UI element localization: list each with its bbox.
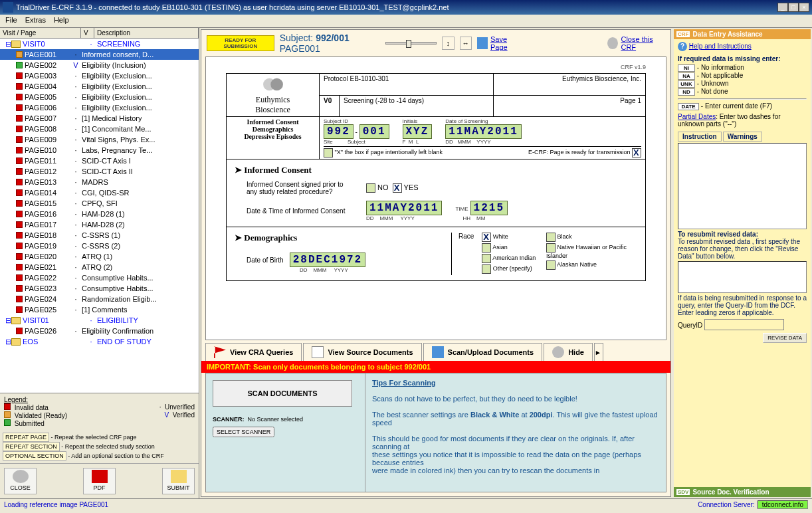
tree-row[interactable]: PAGE018·C-SSRS (1) bbox=[0, 230, 199, 241]
consent-yes-checkbox[interactable] bbox=[393, 183, 402, 193]
race-checkbox[interactable] bbox=[482, 254, 491, 263]
tree-row[interactable]: PAGE009·Vital Signs, Phys. Ex... bbox=[0, 134, 199, 145]
repeat-section-button[interactable]: REPEAT SECTION bbox=[3, 442, 60, 451]
consent-no-checkbox[interactable] bbox=[366, 183, 375, 193]
close-crf-link[interactable]: Close this CRF bbox=[621, 35, 665, 51]
legend: Legend: Invalid data· Unverified Validat… bbox=[0, 393, 199, 430]
menu-extras[interactable]: Extras bbox=[25, 16, 46, 26]
tab-scroll-right[interactable]: ▸ bbox=[594, 343, 603, 361]
tree-row[interactable]: PAGE012·SCID-CT Axis II bbox=[0, 166, 199, 177]
minimize-button[interactable]: _ bbox=[777, 3, 788, 12]
race-checkbox[interactable] bbox=[482, 233, 491, 242]
page-tree[interactable]: ⊟VISIT0·SCREENINGPAGE001·Informed consen… bbox=[0, 39, 199, 393]
tree-row[interactable]: PAGE014·CGI, QIDS-SR bbox=[0, 187, 199, 198]
pdf-button[interactable]: PDF bbox=[83, 468, 116, 494]
tree-row[interactable]: PAGE019·C-SSRS (2) bbox=[0, 241, 199, 251]
blank-page-checkbox[interactable] bbox=[324, 148, 333, 157]
tab-scan-upload[interactable]: Scan/Upload Documents bbox=[423, 343, 543, 361]
submit-button[interactable]: SUBMIT bbox=[162, 468, 195, 494]
hide-icon bbox=[552, 346, 564, 358]
tree-row[interactable]: PAGE008·[1] Concomitant Me... bbox=[0, 124, 199, 134]
tree-row[interactable]: PAGE022·Consumptive Habits... bbox=[0, 272, 199, 283]
col-v[interactable]: V bbox=[81, 28, 94, 38]
close-button[interactable]: CLOSE bbox=[4, 468, 37, 494]
help-icon: ? bbox=[678, 42, 687, 51]
revise-data-button[interactable]: REVISE DATA bbox=[763, 333, 807, 343]
zoom-slider[interactable] bbox=[385, 42, 437, 45]
screening-date-field[interactable]: 11MAY2011 bbox=[445, 124, 521, 139]
tree-row[interactable]: ⊟VISIT01·ELIGIBILITY bbox=[0, 315, 199, 326]
race-checkbox[interactable] bbox=[546, 233, 556, 242]
reason-textbox[interactable] bbox=[678, 261, 807, 293]
tree-row[interactable]: PAGE001·Informed consent, D... bbox=[0, 49, 199, 60]
tree-row[interactable]: PAGE023·Consumptive Habits... bbox=[0, 283, 199, 294]
initials-field[interactable]: XYZ bbox=[403, 124, 433, 139]
race-checkbox[interactable] bbox=[482, 264, 491, 274]
col-description[interactable]: Description bbox=[94, 28, 199, 38]
tree-row[interactable]: PAGE025·[1] Comments bbox=[0, 304, 199, 315]
race-checkbox[interactable] bbox=[546, 260, 556, 270]
maximize-button[interactable]: □ bbox=[788, 3, 799, 12]
help-link[interactable]: Help and Instructions bbox=[689, 43, 752, 50]
race-checkbox[interactable] bbox=[546, 243, 556, 253]
repeat-page-button[interactable]: REPEAT PAGE bbox=[3, 433, 49, 442]
race-checkbox[interactable] bbox=[482, 243, 491, 253]
tree-row[interactable]: PAGE011·SCID-CT Axis I bbox=[0, 155, 199, 166]
optional-section-button[interactable]: OPTIONAL SECTION bbox=[3, 451, 66, 461]
tree-row[interactable]: PAGE017·HAM-D28 (2) bbox=[0, 219, 199, 230]
titlebar: TrialDriver E-CRF 3.1.9 - connected to s… bbox=[0, 0, 812, 15]
tree-header: Visit / Page V Description bbox=[0, 28, 199, 39]
tree-row[interactable]: PAGE006·Eligibility (Exclusion... bbox=[0, 102, 199, 113]
fit-height-button[interactable]: ↕ bbox=[442, 37, 454, 50]
document-icon bbox=[312, 346, 324, 358]
tree-row[interactable]: PAGE015·CPFQ, SFI bbox=[0, 198, 199, 209]
col-visit-page[interactable]: Visit / Page bbox=[0, 28, 81, 38]
ready-checkbox[interactable] bbox=[632, 148, 641, 157]
save-page-link[interactable]: Save Page bbox=[490, 35, 522, 51]
center-panel: READY FOR SUBMISSION Subject: 992/001 PA… bbox=[201, 29, 671, 497]
tree-row[interactable]: PAGE007·[1] Medical History bbox=[0, 113, 199, 124]
close-icon bbox=[607, 37, 618, 49]
tree-row[interactable]: PAGE024·Randomization Eligib... bbox=[0, 294, 199, 304]
subject-field[interactable]: 001 bbox=[359, 124, 389, 139]
tree-row[interactable]: PAGE010·Labs, Pregnancy Te... bbox=[0, 145, 199, 155]
save-icon bbox=[477, 37, 488, 49]
select-scanner-button[interactable]: SELECT SCANNER bbox=[213, 427, 274, 437]
tree-row[interactable]: PAGE026·Eligibility Confirmation bbox=[0, 326, 199, 336]
tree-row[interactable]: PAGE021·ATRQ (2) bbox=[0, 262, 199, 272]
tab-hide[interactable]: Hide bbox=[544, 343, 593, 361]
scanner-icon bbox=[432, 346, 444, 358]
queryid-input[interactable] bbox=[704, 319, 784, 330]
menubar: File Extras Help bbox=[0, 15, 812, 28]
window-title: TrialDriver E-CRF 3.1.9 - connected to s… bbox=[16, 3, 449, 11]
tab-warnings[interactable]: Warnings bbox=[723, 132, 762, 142]
sponsor-logo: EuthymicsBioscience bbox=[227, 74, 320, 117]
tree-row[interactable]: ⊟VISIT0·SCREENING bbox=[0, 39, 199, 49]
menu-file[interactable]: File bbox=[5, 16, 17, 26]
scan-documents-button[interactable]: SCAN DOCUMENTS bbox=[213, 380, 352, 407]
left-action-buttons: REPEAT PAGE - Repeat the selected CRF pa… bbox=[0, 430, 199, 463]
menu-help[interactable]: Help bbox=[54, 16, 69, 26]
dob-field[interactable]: 28DEC1972 bbox=[290, 253, 365, 267]
tree-row[interactable]: ⊟EOS·END OF STUDY bbox=[0, 336, 199, 347]
crf-form-view[interactable]: CRF v1.9 EuthymicsBioscience Protocol EB… bbox=[205, 56, 666, 340]
tree-row[interactable]: PAGE002VEligibility (Inclusion) bbox=[0, 60, 199, 70]
site-field[interactable]: 992 bbox=[324, 124, 354, 139]
important-warning: IMPORTANT: Scan only documents belonging… bbox=[201, 361, 670, 373]
instruction-textbox[interactable] bbox=[678, 143, 807, 229]
right-panel: CRFData Entry Assistance ? Help and Inst… bbox=[672, 28, 812, 498]
tree-row[interactable]: PAGE004·Eligibility (Exclusion... bbox=[0, 81, 199, 92]
tree-row[interactable]: PAGE003·Eligibility (Exclusion... bbox=[0, 70, 199, 81]
tree-row[interactable]: PAGE013·MADRS bbox=[0, 177, 199, 187]
tab-cra-queries[interactable]: View CRA Queries bbox=[205, 343, 302, 361]
tree-row[interactable]: PAGE005·Eligibility (Exclusion... bbox=[0, 92, 199, 102]
tab-source-docs[interactable]: View Source Documents bbox=[303, 343, 421, 361]
consent-date-field[interactable]: 11MAY2011 bbox=[366, 201, 442, 215]
fit-width-button[interactable]: ↔ bbox=[460, 37, 472, 50]
tree-row[interactable]: PAGE016·HAM-D28 (1) bbox=[0, 209, 199, 219]
status-text: Loading reference image PAGE001 bbox=[4, 501, 108, 508]
consent-time-field[interactable]: 1215 bbox=[470, 201, 508, 215]
tab-instruction[interactable]: Instruction bbox=[678, 132, 722, 142]
close-window-button[interactable]: × bbox=[799, 3, 809, 12]
tree-row[interactable]: PAGE020·ATRQ (1) bbox=[0, 251, 199, 262]
